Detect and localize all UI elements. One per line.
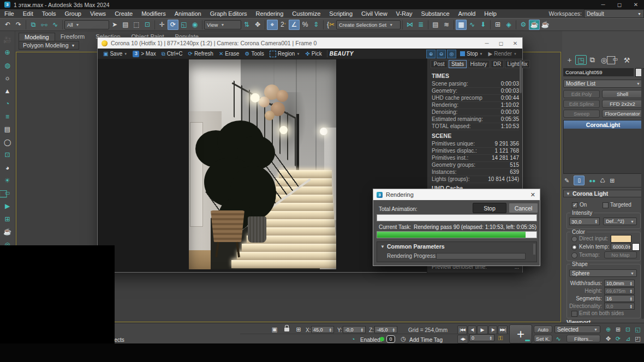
intensity-field[interactable]: 30,0▲▼ [569,218,600,225]
fov-icon[interactable]: ⊿ [623,335,633,342]
scene-explorer-icon[interactable]: ≋ [441,20,452,30]
workspaces-dropdown[interactable]: Default ▼ [584,9,644,18]
menu-tools[interactable]: Tools [38,9,61,18]
emit-both-sides-checkbox[interactable] [571,311,577,317]
tab-hierarchy-icon[interactable]: ⧉ [587,55,598,65]
angle-snap-badge[interactable]: 2° [278,20,289,30]
tab-modify-icon[interactable]: ◳ [575,55,587,65]
named-selection-sets-icon[interactable]: {✂ [325,20,336,30]
sun-icon[interactable]: ☼ [2,73,14,83]
spinner-arrows-icon[interactable]: ▲▼ [361,328,363,332]
select-and-rotate-icon[interactable]: ⟳ [168,20,178,30]
layer-explorer-icon[interactable]: ▤ [430,20,441,30]
snaps-toggle-icon[interactable]: ⌖ [267,20,278,30]
teapot-icon[interactable]: ☕ [2,227,14,237]
menu-edit[interactable]: Edit [19,9,38,18]
pick-button[interactable]: ✜Pick [302,49,324,58]
key-filters-curve-icon[interactable]: ∿ [553,335,563,343]
scrollbar[interactable] [520,61,522,93]
create-selection-set-dropdown[interactable]: Create Selection Set▼ [336,20,401,29]
material-editor-icon[interactable]: ⊞ [492,20,503,30]
cancel-button[interactable]: Cancel [509,203,538,213]
direct-color-swatch[interactable] [611,235,631,243]
isolate-selection-icon[interactable]: ▣ [270,325,279,334]
previous-frame-button[interactable]: ◀| [468,325,476,334]
rendered-frame-icon[interactable]: ☕ [529,20,540,30]
pan-icon[interactable]: ✥ [604,335,613,342]
zoom-region-icon[interactable]: ◱ [633,325,642,333]
edit-spline-button[interactable]: Edit Spline [563,100,600,108]
tab-display-icon[interactable]: ⃞▭ [610,55,621,65]
select-and-scale-icon[interactable]: ◱ [178,20,189,30]
select-and-place-icon[interactable]: ◉ [189,20,200,30]
menu-animation[interactable]: Animation [170,9,206,18]
targeted-checkbox[interactable] [603,202,609,208]
key-mode-icon[interactable]: ⚿ [496,334,505,342]
close-icon[interactable]: ✕ [628,0,644,9]
menu-rendering[interactable]: Rendering [252,9,288,18]
maximize-viewport-icon[interactable]: ◰ [633,335,642,342]
minimize-icon[interactable]: ─ [480,40,494,46]
spinner-arrows-icon[interactable]: ▲▼ [490,336,492,340]
zoom-icon[interactable]: ⊕ [604,325,613,333]
selected-dropdown[interactable]: Selected▼ [554,325,600,333]
spinner-snap-icon[interactable]: ⇕ [311,20,321,30]
floorgenerator-button[interactable]: FloorGenerator [602,110,643,118]
save-button[interactable]: ▣Save▼ [100,49,130,58]
play-button[interactable]: ▶ [477,325,488,334]
pin-stack-icon[interactable]: ✎ [564,177,569,184]
edit-poly-button[interactable]: Edit Poly [563,90,600,98]
tools-button[interactable]: ⚙Tools [242,49,266,58]
erase-button[interactable]: ✕Erase [216,49,242,58]
toggle-ribbon-icon[interactable]: ▦ [456,20,467,30]
redo-icon[interactable]: ↷ [13,20,24,30]
render-production-icon[interactable]: ☕ [540,20,551,30]
minimize-icon[interactable]: ─ [595,0,611,9]
curve-editor-icon[interactable]: ∿ [467,20,478,30]
menu-help[interactable]: Help [480,9,501,18]
select-and-move-icon[interactable]: ✛ [157,20,168,30]
make-unique-icon[interactable]: ●● [589,178,595,184]
set-key-button[interactable]: Set K. [534,335,552,342]
menu-file[interactable]: File [0,9,19,18]
spinner-arrows-icon[interactable]: ▲▼ [630,297,633,301]
zoom-out-icon[interactable]: ⊖ [437,50,446,58]
unlink-selection-icon[interactable]: ⧟ [39,20,50,30]
ring-icon[interactable]: ◯ [2,137,14,147]
directionality-field[interactable]: 0,0▲▼ [604,303,635,310]
palette-icon[interactable]: ◕ [2,162,14,173]
counter-badge[interactable]: 0 [386,335,395,343]
texmap-radio[interactable] [571,252,577,258]
zoom-reset-icon[interactable]: ◎ [447,50,456,58]
spinner-arrows-icon[interactable]: ▲▼ [628,245,631,249]
collapse-arrow-icon[interactable]: ▼ [380,244,385,249]
tab-utilities-icon[interactable]: ⚒ [621,55,633,65]
proxy-image-icon[interactable]: ▤ [2,124,14,135]
menu-graph-editors[interactable]: Graph Editors [206,9,252,18]
list-icon[interactable]: ≡ [2,111,14,122]
selection-lock-icon[interactable] [282,324,291,332]
kelvin-color-swatch[interactable] [632,243,640,251]
viewcube-toggle-icon[interactable]: ◔ [348,335,358,343]
panel-scrollbar[interactable] [641,68,644,319]
tab-motion-icon[interactable]: ◎ [598,55,610,65]
close-icon[interactable]: ✕ [508,40,522,46]
window-crossing-icon[interactable]: ⊡ [142,20,153,30]
spinner-arrows-icon[interactable]: ▲▼ [595,219,598,224]
zoom-extents-icon[interactable]: ⊡ [623,325,633,333]
monitor-icon[interactable]: ⃞▭ [2,188,14,198]
select-object-icon[interactable]: ➤ [109,20,120,30]
kelvin-radio[interactable] [571,244,577,250]
align-icon[interactable]: ≣ [415,20,426,30]
go-to-start-button[interactable]: |◀◀ [457,325,467,334]
texmap-button[interactable]: No Map [604,251,637,258]
height-field[interactable]: 69,675m▲▼ [604,287,635,294]
stop-button[interactable]: Stop▼ [457,49,486,58]
stop-button[interactable]: Stop [473,203,506,213]
auto-key-button[interactable]: Auto [534,325,552,333]
corona-light-rollout-header[interactable]: ▼ Corona Light [563,190,643,197]
light-bulb-icon[interactable]: ◍ [2,60,14,70]
reference-coordinate-dropdown[interactable]: View▼ [204,20,241,29]
material-ball-icon[interactable]: ⊡ [2,150,14,160]
rectangular-selection-region-icon[interactable]: ⬚ [131,20,142,30]
